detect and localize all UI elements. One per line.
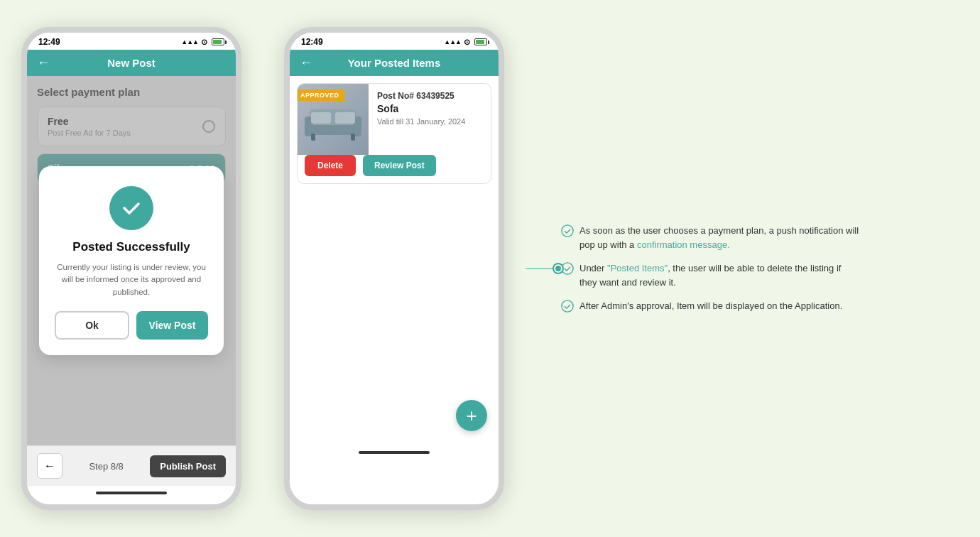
phone1-notch: 12:49 ▲▲▲ ⊙ bbox=[27, 33, 236, 50]
annotation-text-2: Under "Posted Items", the user will be a… bbox=[579, 261, 859, 289]
svg-point-10 bbox=[562, 300, 573, 312]
battery-icon bbox=[474, 38, 487, 45]
annotation-text-1: As soon as the user chooses a payment pl… bbox=[579, 224, 859, 251]
review-post-button[interactable]: Review Post bbox=[363, 155, 436, 176]
approved-badge: APPROVED bbox=[297, 90, 345, 101]
item-name: Sofa bbox=[377, 103, 482, 114]
annotation-text-3: After Admin's approval, Item will be dis… bbox=[579, 299, 842, 313]
modal-actions: Ok View Post bbox=[55, 311, 208, 340]
annotation-connector bbox=[526, 264, 562, 273]
wifi-icon: ⊙ bbox=[464, 38, 470, 47]
signal-icon: ▲▲▲ bbox=[444, 38, 461, 45]
publish-post-button[interactable]: Publish Post bbox=[150, 455, 226, 477]
home-indicator-2 bbox=[290, 445, 499, 457]
svg-rect-7 bbox=[351, 134, 355, 141]
signal-icon: ▲▲▲ bbox=[181, 38, 198, 45]
annotation-item-1: As soon as the user chooses a payment pl… bbox=[561, 224, 859, 251]
phone2-notch: 12:49 ▲▲▲ ⊙ bbox=[290, 33, 499, 50]
item-card: APPROVED bbox=[297, 83, 491, 184]
success-modal-overlay: Posted Successfully Currently your listi… bbox=[27, 76, 236, 445]
phone1-bottom-bar: ← Step 8/8 Publish Post bbox=[27, 445, 236, 486]
annotation-panel: As soon as the user chooses a payment pl… bbox=[526, 210, 959, 327]
phone1-header: ← New Post bbox=[27, 50, 236, 76]
phone1-body: Select payment plan Free Post Free Ad fo… bbox=[27, 76, 236, 445]
delete-button[interactable]: Delete bbox=[305, 155, 356, 176]
fab-add-button[interactable]: + bbox=[456, 400, 487, 431]
connector-line bbox=[526, 268, 554, 269]
annotation-item-2: Under "Posted Items", the user will be a… bbox=[561, 261, 859, 289]
connector-dot bbox=[554, 264, 562, 273]
wifi-icon: ⊙ bbox=[201, 38, 207, 47]
phone2-header: ← Your Posted Items bbox=[290, 50, 499, 76]
svg-rect-6 bbox=[311, 134, 315, 141]
item-info: Post No# 63439525 Sofa Valid till 31 Jan… bbox=[369, 84, 491, 155]
phone1-status-icons: ▲▲▲ ⊙ bbox=[181, 38, 224, 47]
svg-point-9 bbox=[562, 263, 573, 274]
annotation-list: As soon as the user chooses a payment pl… bbox=[561, 224, 859, 313]
svg-point-8 bbox=[562, 225, 573, 237]
posted-items-body: APPROVED bbox=[290, 76, 499, 445]
home-bar bbox=[96, 492, 167, 494]
check-icon-2 bbox=[561, 262, 574, 275]
phone2-status-icons: ▲▲▲ ⊙ bbox=[444, 38, 487, 47]
item-valid-date: Valid till 31 January, 2024 bbox=[377, 117, 482, 126]
svg-rect-4 bbox=[311, 112, 331, 124]
success-check-icon bbox=[109, 186, 153, 230]
home-indicator bbox=[27, 486, 236, 497]
phone1-header-title: New Post bbox=[107, 57, 156, 69]
check-icon-3 bbox=[561, 300, 574, 313]
phone1-time: 12:49 bbox=[38, 37, 60, 47]
svg-rect-5 bbox=[335, 112, 355, 124]
ok-button[interactable]: Ok bbox=[55, 311, 129, 340]
modal-title: Posted Successfully bbox=[55, 240, 208, 254]
item-actions: Delete Review Post bbox=[298, 155, 491, 183]
home-bar-2 bbox=[359, 451, 430, 454]
phone1-back-button[interactable]: ← bbox=[37, 55, 50, 70]
annotation-item-3: After Admin's approval, Item will be dis… bbox=[561, 299, 859, 313]
phone2-header-title: Your Posted Items bbox=[348, 57, 441, 69]
battery-icon bbox=[212, 38, 224, 45]
success-modal: Posted Successfully Currently your listi… bbox=[39, 166, 224, 355]
item-post-number: Post No# 63439525 bbox=[377, 91, 482, 101]
modal-description: Currently your listing is under review, … bbox=[55, 261, 208, 298]
phone2-back-button[interactable]: ← bbox=[300, 55, 312, 70]
item-image-wrap: APPROVED bbox=[298, 84, 369, 155]
check-icon-1 bbox=[561, 224, 574, 237]
item-card-top: APPROVED bbox=[298, 84, 491, 155]
phone1-frame: 12:49 ▲▲▲ ⊙ ← New Post Select payment pl… bbox=[21, 27, 241, 510]
step-label: Step 8/8 bbox=[89, 461, 123, 472]
step-back-button[interactable]: ← bbox=[37, 453, 62, 479]
phone2-time: 12:49 bbox=[301, 37, 323, 47]
phone2-frame: 12:49 ▲▲▲ ⊙ ← Your Posted Items APPROVED bbox=[284, 27, 504, 510]
view-post-button[interactable]: View Post bbox=[136, 311, 208, 340]
